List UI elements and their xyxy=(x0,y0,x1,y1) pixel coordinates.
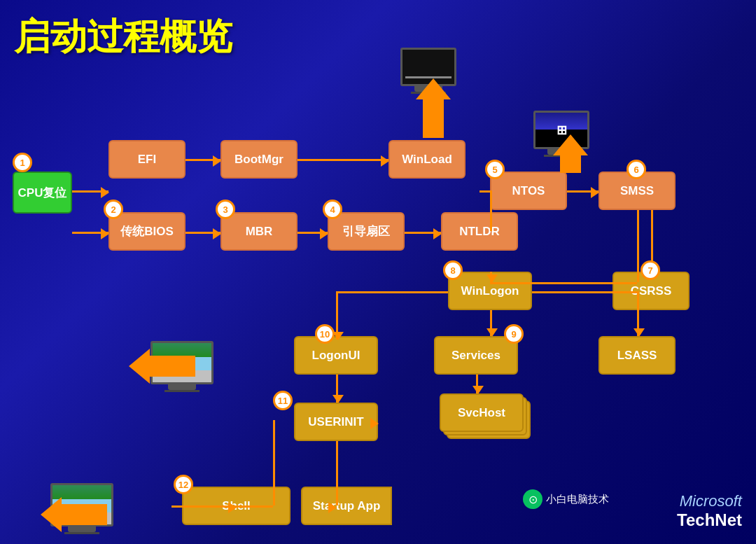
line-userinit-startup xyxy=(336,441,338,505)
services-box: Services xyxy=(434,336,518,375)
arrow-logonui-userinit xyxy=(336,375,338,403)
step-6: 6 xyxy=(626,160,646,179)
arrow-winlogon-services xyxy=(490,310,492,336)
step-5: 5 xyxy=(485,160,505,179)
efi-box: EFI xyxy=(108,140,186,179)
line-smss-winlogon-h xyxy=(490,282,637,284)
line-ntldr-ntos xyxy=(479,190,490,193)
line-userinit-shell-v xyxy=(273,420,275,505)
arrow-to-winlogon xyxy=(490,272,492,282)
line-winlogon-logonui-h xyxy=(336,291,448,293)
svchost-box: SvcHost xyxy=(440,393,524,432)
step-4: 4 xyxy=(323,200,342,219)
startupapp-box: Startup App xyxy=(301,487,392,525)
step-9: 9 xyxy=(504,324,524,344)
step-7: 7 xyxy=(640,260,660,280)
line-smss-winlogon xyxy=(637,210,639,282)
arrow-ntos-xp-monitor xyxy=(553,134,588,173)
arrow-efi-bootmgr xyxy=(186,159,220,161)
step-10: 10 xyxy=(315,324,335,344)
technet-logo: Microsoft TechNet xyxy=(677,492,742,530)
userinit-box: USERINIT xyxy=(294,403,378,441)
step-2: 2 xyxy=(104,200,123,219)
arrow-services-svchost xyxy=(476,375,478,393)
arrow-ntos-smss xyxy=(567,190,598,193)
line-winlogon-lsass xyxy=(532,291,637,293)
guidao-box: 引导扇区 xyxy=(328,212,405,251)
arrow-cpu-bios xyxy=(72,232,108,234)
line-userinit-shell-h xyxy=(236,505,273,508)
arrow-to-logonui xyxy=(336,336,338,340)
winload-box: WinLoad xyxy=(388,140,465,179)
arrow-mbr-guidao xyxy=(298,232,328,234)
page-title: 启动过程概览 xyxy=(14,13,232,62)
arrow-to-lsass xyxy=(637,291,639,336)
step-1: 1 xyxy=(13,153,32,172)
step-11: 11 xyxy=(273,391,293,410)
logonui-box: LogonUI xyxy=(294,336,378,375)
arrow-bios-mbr xyxy=(186,232,220,234)
mbr-box: MBR xyxy=(220,212,298,251)
arrow-to-shell xyxy=(172,505,236,508)
arrow-bootmgr-winload xyxy=(298,159,388,161)
cpu-box: CPU复位 xyxy=(13,172,72,214)
ntos-box: NTOS xyxy=(490,172,567,210)
lsass-box: LSASS xyxy=(598,336,676,375)
step-12: 12 xyxy=(174,475,193,494)
step-3: 3 xyxy=(216,200,235,219)
arrow-winload-monitor xyxy=(416,78,451,138)
line-ntldr-ntos-v xyxy=(490,190,492,231)
arrow-to-login-monitor xyxy=(129,349,195,384)
wechat-badge: ⊙ 小白电脑技术 xyxy=(523,489,609,509)
ntldr-box: NTLDR xyxy=(441,212,518,251)
arrow-cpu-efi xyxy=(72,190,108,193)
bootmgr-box: BootMgr xyxy=(220,140,298,179)
wechat-icon: ⊙ xyxy=(523,489,542,509)
step-8: 8 xyxy=(443,260,463,280)
arrow-to-desktop-monitor xyxy=(41,497,107,532)
arrow-guidao-ntldr xyxy=(405,232,441,234)
line-winlogon-logonui-v xyxy=(336,291,338,336)
bios-box: 传统BIOS xyxy=(108,212,186,251)
